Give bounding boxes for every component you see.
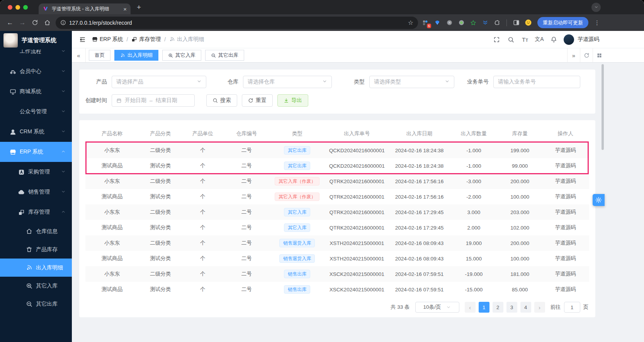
fullscreen-icon[interactable] (491, 34, 502, 45)
browser-tab[interactable]: 芋道管理系统 - 出入库明细 × (39, 3, 131, 14)
sidebar-item-sales[interactable]: 销售管理 (0, 182, 72, 202)
menu-fold-icon[interactable] (76, 36, 88, 43)
language-icon[interactable]: 文A (534, 34, 545, 45)
back-button[interactable]: ← (4, 17, 16, 29)
tab-search-button[interactable] (591, 3, 601, 12)
sidebar-item-warehouse-info[interactable]: 仓库信息 (0, 222, 72, 240)
reload-button[interactable] (29, 17, 41, 29)
cell-date: 2024-02-16 17:56:16 (389, 194, 449, 200)
cell-stock: 181.000 (498, 271, 542, 277)
sidebar-item-product-stock[interactable]: 产品库存 (0, 240, 72, 259)
cell-unit: 个 (182, 224, 223, 231)
tag-stock-record[interactable]: 出入库明细 (114, 50, 158, 61)
signal-icon (169, 36, 175, 43)
breadcrumb-stock[interactable]: 库存管理 (131, 36, 161, 43)
screen: 芋道管理系统 - 出入库明细 × + ← → 127.0.0.1/erp/sto… (0, 0, 644, 342)
sidebar-item-mp[interactable]: 公众号管理 (0, 102, 72, 122)
boxes-icon (131, 36, 137, 43)
cell-operator: 芋道源码 (542, 147, 589, 154)
search-button[interactable]: 搜索 (206, 94, 237, 107)
table-row: 小东东 二级分类 个 二号 其它入库（作废） QTRK2024021600000… (85, 174, 589, 189)
tags-scroll-right[interactable]: » (567, 48, 580, 62)
close-window-button[interactable] (8, 5, 12, 10)
extension-icon-star[interactable] (469, 19, 477, 27)
table-panel: 产品名称 产品分类 产品单位 仓库编号 类型 出入库单号 出入库日期 出入库数量… (79, 120, 595, 317)
page-size-select[interactable]: 10条/页 (415, 302, 459, 313)
cell-unit: 个 (182, 178, 223, 185)
page-button-2[interactable]: 2 (493, 302, 503, 313)
user-icon (9, 128, 16, 135)
breadcrumb-erp[interactable]: ERP 系统 (92, 36, 123, 43)
sidebar-item-stock-record[interactable]: 出入库明细 (0, 259, 72, 277)
prev-page-button[interactable]: ‹ (465, 302, 476, 313)
tag-home[interactable]: 首页 (89, 50, 110, 61)
extension-icon-wallet[interactable]: 6 (421, 19, 430, 27)
sidebar-item-other-in[interactable]: 其它入库 (0, 277, 72, 295)
cell-stock: 100.000 (498, 194, 542, 200)
store-icon (9, 148, 16, 155)
page-button-3[interactable]: 3 (506, 302, 517, 313)
tab-close-icon[interactable]: × (123, 6, 127, 12)
boxes-icon (18, 209, 25, 216)
refresh-tag-button[interactable] (580, 48, 593, 62)
breadcrumb-separator: / (126, 36, 128, 43)
site-info-icon[interactable] (60, 20, 66, 26)
scrollbar-thumb[interactable] (602, 64, 604, 150)
product-select[interactable]: 请选择产品 (112, 76, 206, 88)
search-icon[interactable] (505, 34, 517, 45)
extension-icon-chevrons[interactable] (481, 19, 489, 27)
browser-update-button[interactable]: 重新启动即可更新 (537, 17, 588, 28)
goto-label: 前往 (551, 304, 561, 311)
cell-unit: 个 (182, 240, 223, 247)
browser-menu-icon[interactable]: ⋮ (592, 19, 602, 26)
sidebar-item-stock[interactable]: 库存管理 (0, 202, 72, 222)
next-page-button[interactable]: › (534, 302, 545, 313)
sidebar-item-other-out[interactable]: 其它出库 (0, 295, 72, 313)
extension-icon-balloon[interactable] (433, 19, 442, 27)
profile-avatar[interactable] (524, 19, 532, 27)
bizno-input[interactable]: 请输入业务单号 (493, 76, 580, 88)
extension-icon-dot[interactable] (457, 19, 466, 27)
sidebar-item-crm[interactable]: CRM 系统 (0, 122, 72, 142)
tags-scroll-left[interactable]: « (72, 48, 86, 62)
sidebar-item-erp[interactable]: ERP 系统 (0, 142, 72, 162)
type-select[interactable]: 请选择类型 (369, 76, 454, 88)
user-avatar[interactable] (564, 34, 574, 45)
page-button-1[interactable]: 1 (479, 302, 489, 313)
settings-fab[interactable] (593, 194, 605, 206)
sidebar-item-mall[interactable]: 商城系统 (0, 82, 72, 102)
date-range-picker[interactable]: 开始日期 – 结束日期 (112, 94, 195, 107)
bookmark-star-icon[interactable]: ☆ (408, 19, 413, 26)
cell-quantity: -15.000 (450, 287, 498, 293)
extension-icon-command[interactable]: ⌘ (445, 19, 454, 27)
tags-menu-button[interactable] (593, 48, 605, 62)
warehouse-select[interactable]: 请选择仓库 (243, 76, 332, 88)
new-tab-button[interactable]: + (137, 3, 141, 12)
cell-product-name: 小东东 (85, 240, 139, 247)
sidebar: 芋道管理系统 工作流程 会员中心 商城系统 (0, 31, 72, 342)
date-end-placeholder: 结束日期 (156, 97, 177, 104)
page-button-4[interactable]: 4 (520, 302, 531, 313)
chevron-down-icon (61, 109, 66, 115)
side-panel-button[interactable] (512, 19, 520, 27)
extensions-puzzle-icon[interactable] (493, 19, 501, 27)
cell-date: 2024-02-16 08:09:43 (389, 240, 449, 246)
cell-warehouse: 二号 (223, 224, 270, 231)
sidebar-item-purchase[interactable]: 采购管理 (0, 162, 72, 182)
home-button[interactable] (41, 17, 53, 29)
main-area: ERP 系统 / 库存管理 / 出入库明细 Tт (72, 31, 644, 342)
bell-icon[interactable] (548, 34, 559, 45)
address-bar[interactable]: 127.0.0.1/erp/stock/record ☆ (56, 17, 418, 29)
sidebar-item-member[interactable]: 会员中心 (0, 61, 72, 82)
font-size-icon[interactable]: Tт (519, 34, 531, 45)
zoom-window-button[interactable] (23, 5, 28, 10)
forward-button[interactable]: → (16, 17, 29, 29)
goto-page-input[interactable] (564, 302, 580, 313)
export-button[interactable]: 导出 (277, 94, 308, 107)
reset-button[interactable]: 重置 (242, 94, 273, 107)
tag-other-in[interactable]: 其它入库 (162, 50, 201, 61)
tag-other-out[interactable]: 其它出库 (205, 50, 244, 61)
url-text[interactable]: 127.0.0.1/erp/stock/record (69, 20, 405, 26)
username: 芋道源码 (578, 36, 599, 43)
minimize-window-button[interactable] (15, 5, 20, 10)
